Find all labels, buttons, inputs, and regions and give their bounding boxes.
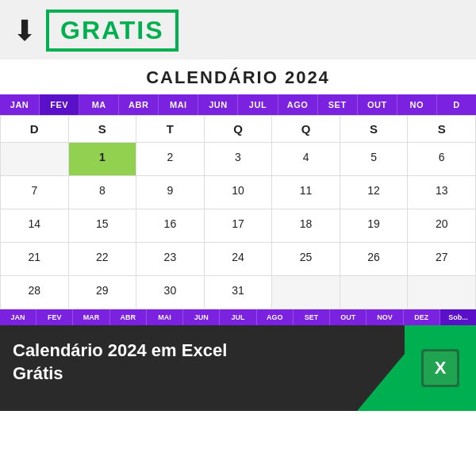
calendar-cell: 30 xyxy=(136,276,205,309)
calendar-cell: 15 xyxy=(68,209,136,243)
bottom-month-tab-jan[interactable]: JAN xyxy=(0,309,36,325)
calendar-cell: 21 xyxy=(1,243,69,276)
calendar-cell xyxy=(272,276,340,309)
month-tab-set[interactable]: SET xyxy=(318,94,358,115)
bottom-month-tab-mai[interactable]: MAI xyxy=(147,309,183,325)
calendar-cell: 7 xyxy=(1,176,69,209)
calendar-cell: 5 xyxy=(340,143,408,176)
bottom-title-line2: Grátis xyxy=(13,363,392,386)
calendar-cell: 19 xyxy=(340,209,408,243)
excel-icon-area: X xyxy=(405,325,476,411)
bottom-month-tab-ago[interactable]: AGO xyxy=(257,309,294,325)
calendar-cell: 27 xyxy=(408,243,476,276)
calendar-cell: 4 xyxy=(272,143,340,176)
calendar-cell: 26 xyxy=(340,243,408,276)
col-header-S: S xyxy=(408,116,476,143)
calendar-cell: 3 xyxy=(204,143,272,176)
calendar-row: 123456 xyxy=(1,143,476,176)
month-tabs-top: JANFEVMAABRMAIJUNJULAGOSETOUTNOD xyxy=(0,94,476,115)
month-tab-abr[interactable]: ABR xyxy=(119,94,159,115)
calendar-cell: 25 xyxy=(272,243,340,276)
month-tab-jan[interactable]: JAN xyxy=(0,94,40,115)
calendar-grid: DSTQQSS123456789101112131415161718192021… xyxy=(0,115,476,309)
calendar-cell: 1 xyxy=(68,143,136,176)
col-header-T: T xyxy=(136,116,205,143)
calendar-cell: 11 xyxy=(272,176,340,209)
calendar-cell: 20 xyxy=(408,209,476,243)
calendar-cell xyxy=(408,276,476,309)
calendar-title: CALENDÁRIO 2024 xyxy=(0,67,476,88)
calendar-cell: 10 xyxy=(204,176,272,209)
month-tab-jul[interactable]: JUL xyxy=(238,94,278,115)
month-tab-d[interactable]: D xyxy=(437,94,476,115)
bottom-month-tab-out[interactable]: OUT xyxy=(330,309,367,325)
bottom-month-tab-jul[interactable]: JUL xyxy=(220,309,256,325)
calendar-cell: 31 xyxy=(204,276,272,309)
bottom-month-tab-nov[interactable]: NOV xyxy=(367,309,403,325)
calendar-cell: 29 xyxy=(68,276,136,309)
calendar-row: 78910111213 xyxy=(1,176,476,209)
month-tab-jun[interactable]: JUN xyxy=(198,94,238,115)
calendar-cell: 6 xyxy=(408,143,476,176)
col-header-Q: Q xyxy=(272,116,340,143)
col-header-S: S xyxy=(340,116,408,143)
col-header-Q: Q xyxy=(204,116,272,143)
calendar-cell: 2 xyxy=(136,143,205,176)
calendar-row: 28293031 xyxy=(1,276,476,309)
month-tab-ago[interactable]: AGO xyxy=(278,94,318,115)
calendar-cell: 18 xyxy=(272,209,340,243)
bottom-text: Calendário 2024 em Excel Grátis xyxy=(0,325,405,411)
month-tab-out[interactable]: OUT xyxy=(358,94,397,115)
month-tab-mai[interactable]: MAI xyxy=(159,94,198,115)
top-section: ⬇ GRATIS xyxy=(0,0,476,60)
bottom-month-tab-dez[interactable]: DEZ xyxy=(404,309,440,325)
calendar-cell: 17 xyxy=(204,209,272,243)
calendar-cell xyxy=(340,276,408,309)
month-tab-no[interactable]: NO xyxy=(397,94,437,115)
col-header-D: D xyxy=(1,116,69,143)
month-tab-fev[interactable]: FEV xyxy=(40,94,79,115)
calendar-row: 14151617181920 xyxy=(1,209,476,243)
download-icon: ⬇ xyxy=(13,17,36,45)
month-tab-ma[interactable]: MA xyxy=(79,94,119,115)
calendar-cell: 28 xyxy=(1,276,69,309)
bottom-month-tab-set[interactable]: SET xyxy=(294,309,330,325)
bottom-month-tab-abr[interactable]: ABR xyxy=(110,309,147,325)
excel-letter: X xyxy=(435,358,447,378)
calendar-row: 21222324252627 xyxy=(1,243,476,276)
calendar-cell: 16 xyxy=(136,209,205,243)
gratis-badge: GRATIS xyxy=(46,10,178,52)
calendar-cell: 9 xyxy=(136,176,205,209)
calendar-title-section: CALENDÁRIO 2024 xyxy=(0,60,476,94)
calendar-cell xyxy=(1,143,69,176)
bottom-month-tab-jun[interactable]: JUN xyxy=(183,309,220,325)
bottom-month-tab-mar[interactable]: MAR xyxy=(73,309,109,325)
bottom-title-line1: Calendário 2024 em Excel xyxy=(13,340,392,363)
calendar-cell: 13 xyxy=(408,176,476,209)
month-tabs-bottom: JANFEVMARABRMAIJUNJULAGOSETOUTNOVDEZSob.… xyxy=(0,309,476,325)
calendar-cell: 12 xyxy=(340,176,408,209)
col-header-S: S xyxy=(68,116,136,143)
calendar-cell: 23 xyxy=(136,243,205,276)
calendar-cell: 22 xyxy=(68,243,136,276)
bottom-banner: Calendário 2024 em Excel Grátis X xyxy=(0,325,476,411)
bottom-month-tab-sob[interactable]: Sob... xyxy=(440,309,476,325)
calendar-cell: 24 xyxy=(204,243,272,276)
bottom-month-tab-fev[interactable]: FEV xyxy=(36,309,73,325)
excel-icon-box: X xyxy=(421,349,459,387)
calendar-cell: 8 xyxy=(68,176,136,209)
calendar-cell: 14 xyxy=(1,209,69,243)
